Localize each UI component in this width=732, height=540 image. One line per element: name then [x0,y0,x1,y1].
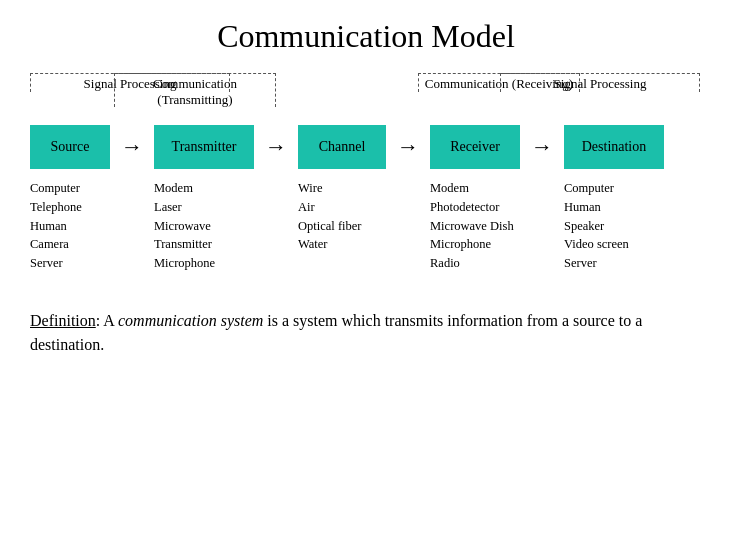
destination-box: Destination [564,125,664,169]
arrow-1: → [110,125,154,169]
definition-block: Definition: A communication system is a … [30,309,702,357]
source-box: Source [30,125,110,169]
receiver-box: Receiver [430,125,520,169]
arrow-2: → [254,125,298,169]
definition-italic: communication system [118,312,263,329]
definition-word: Definition [30,312,96,329]
receiver-details: Modem Photodetector Microwave Dish Micro… [430,179,530,273]
source-details: Computer Telephone Human Camera Server [30,179,110,273]
communication-transmitting-label: Communication (Transmitting) [114,73,276,107]
transmitter-details: Modem Laser Microwave Transmitter Microp… [154,179,264,273]
destination-details: Computer Human Speaker Video screen Serv… [564,179,674,273]
signal-processing-right: Signal Processing [500,73,700,92]
diagram-area: Signal Processing Communication (Transmi… [30,73,702,293]
arrow-3: → [386,125,430,169]
channel-box: Channel [298,125,386,169]
channel-details: Wire Air Optical fiber Water [298,179,388,254]
transmitter-box: Transmitter [154,125,254,169]
definition-colon: : A [96,312,118,329]
page-title: Communication Model [30,18,702,55]
arrow-4: → [520,125,564,169]
